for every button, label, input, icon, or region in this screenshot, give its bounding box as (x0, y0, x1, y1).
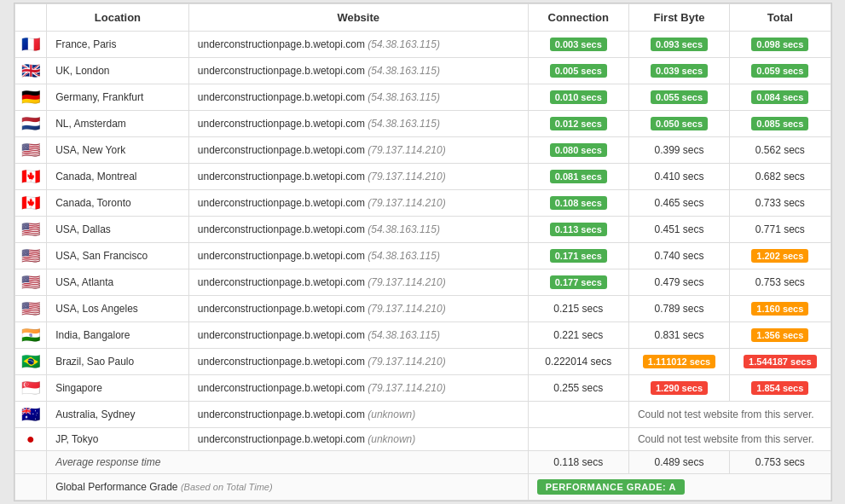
flag-cell: 🇬🇧 (14, 58, 47, 84)
flag-cell: 🇨🇦 (14, 164, 47, 190)
firstbyte-cell: 0.831 secs (628, 322, 729, 349)
connection-badge: 0.003 secs (550, 38, 607, 51)
average-row: Average response time0.118 secs0.489 sec… (14, 451, 831, 474)
table-row: 🇺🇸USA, Dallasunderconstructionpage.b.wet… (14, 217, 831, 243)
table-row: 🇺🇸USA, New Yorkunderconstructionpage.b.w… (14, 137, 831, 164)
firstbyte-badge: 0.050 secs (651, 117, 708, 130)
flag-cell: 🇮🇳 (14, 322, 47, 349)
table-row: 🇺🇸USA, San Franciscounderconstructionpag… (14, 243, 831, 269)
grade-flag-cell (14, 474, 47, 501)
header-flag (14, 4, 47, 32)
total-cell: 0.753 secs (730, 269, 831, 296)
location-cell: Brazil, Sao Paulo (47, 349, 189, 375)
firstbyte-cell: 0.479 secs (628, 269, 729, 296)
location-cell: Canada, Montreal (47, 164, 189, 190)
avg-total: 0.753 secs (730, 451, 831, 474)
total-cell: 0.771 secs (730, 217, 831, 243)
total-badge: 1.202 secs (751, 249, 808, 263)
total-cell: 0.059 secs (730, 58, 831, 84)
flag-cell: 🇺🇸 (14, 243, 47, 269)
location-cell: USA, Los Angeles (47, 296, 189, 322)
flag-cell: 🇸🇬 (14, 375, 47, 402)
firstbyte-cell: 0.050 secs (628, 111, 729, 137)
firstbyte-cell: 0.399 secs (628, 137, 729, 164)
table-row: 🇮🇳India, Bangaloreunderconstructionpage.… (14, 322, 831, 349)
flag-cell: 🇫🇷 (14, 32, 47, 58)
flag-cell: 🇦🇺 (14, 402, 47, 428)
connection-badge: 0.081 secs (550, 170, 607, 183)
avg-flag-cell (14, 451, 47, 474)
firstbyte-cell: 0.451 secs (628, 217, 729, 243)
connection-cell: 0.081 secs (528, 164, 628, 190)
website-cell: underconstructionpage.b.wetopi.com (79.1… (188, 269, 528, 296)
total-cell: 0.085 secs (730, 111, 831, 137)
website-cell: underconstructionpage.b.wetopi.com (54.3… (188, 243, 528, 269)
total-badge: 1.160 secs (751, 302, 808, 316)
table-row: 🇬🇧UK, Londonunderconstructionpage.b.weto… (14, 58, 831, 84)
connection-badge: 0.177 secs (550, 275, 607, 289)
connection-cell: 0.108 secs (528, 190, 628, 217)
total-cell: 1.544187 secs (730, 349, 831, 375)
website-cell: underconstructionpage.b.wetopi.com (54.3… (188, 58, 528, 84)
flag-cell: 🇳🇱 (14, 111, 47, 137)
firstbyte-badge: 0.055 secs (651, 90, 708, 104)
total-cell: 1.160 secs (730, 296, 831, 322)
website-cell: underconstructionpage.b.wetopi.com (79.1… (188, 164, 528, 190)
connection-badge: 0.012 secs (550, 117, 607, 130)
connection-badge: 0.171 secs (550, 249, 607, 263)
header-website: Website (188, 4, 528, 32)
total-badge: 0.059 secs (751, 64, 808, 78)
website-cell: underconstructionpage.b.wetopi.com (unkn… (188, 402, 528, 428)
location-cell: USA, New York (47, 137, 189, 164)
flag-cell: 🇩🇪 (14, 84, 47, 111)
connection-badge: 0.108 secs (550, 196, 607, 210)
flag-cell: 🇧🇷 (14, 349, 47, 375)
total-cell: 1.202 secs (730, 243, 831, 269)
connection-cell: 0.010 secs (528, 84, 628, 111)
location-cell: Germany, Frankfurt (47, 84, 189, 111)
grade-sublabel: (Based on Total Time) (181, 482, 273, 492)
flag-cell: 🇺🇸 (14, 269, 47, 296)
table-row: 🇨🇦Canada, Montrealunderconstructionpage.… (14, 164, 831, 190)
total-cell: 0.682 secs (730, 164, 831, 190)
connection-cell (528, 402, 628, 428)
location-cell: USA, Atlanta (47, 269, 189, 296)
location-cell: USA, Dallas (47, 217, 189, 243)
connection-cell: 0.215 secs (528, 296, 628, 322)
connection-cell: 0.113 secs (528, 217, 628, 243)
connection-badge: 0.113 secs (550, 223, 607, 236)
total-badge: 0.098 secs (751, 38, 808, 51)
connection-cell: 0.171 secs (528, 243, 628, 269)
table-row: 🇦🇺Australia, Sydneyunderconstructionpage… (14, 402, 831, 428)
firstbyte-cell: 0.740 secs (628, 243, 729, 269)
total-badge: 0.084 secs (751, 90, 808, 104)
firstbyte-cell: 0.055 secs (628, 84, 729, 111)
location-cell: JP, Tokyo (47, 428, 189, 451)
firstbyte-badge: 1.290 secs (651, 381, 708, 395)
website-cell: underconstructionpage.b.wetopi.com (54.3… (188, 32, 528, 58)
grade-row: Global Performance Grade (Based on Total… (14, 474, 831, 501)
total-badge: 0.085 secs (751, 117, 808, 130)
website-cell: underconstructionpage.b.wetopi.com (54.3… (188, 111, 528, 137)
connection-badge: 0.010 secs (550, 90, 607, 104)
flag-cell: 🇺🇸 (14, 296, 47, 322)
flag-cell: 🇨🇦 (14, 190, 47, 217)
firstbyte-cell: 0.410 secs (628, 164, 729, 190)
firstbyte-badge: 0.039 secs (651, 64, 708, 78)
website-cell: underconstructionpage.b.wetopi.com (79.1… (188, 349, 528, 375)
location-cell: France, Paris (47, 32, 189, 58)
website-cell: underconstructionpage.b.wetopi.com (79.1… (188, 137, 528, 164)
grade-badge-cell: PERFORMANCE GRADE: A (528, 474, 831, 501)
table-row: 🇩🇪Germany, Frankfurtunderconstructionpag… (14, 84, 831, 111)
error-cell: Could not test website from this server. (628, 402, 831, 428)
flag-cell: 🇺🇸 (14, 217, 47, 243)
total-cell: 0.562 secs (730, 137, 831, 164)
location-cell: UK, London (47, 58, 189, 84)
table-row: 🇸🇬Singaporeunderconstructionpage.b.wetop… (14, 375, 831, 402)
table-row: 🇺🇸USA, Los Angelesunderconstructionpage.… (14, 296, 831, 322)
firstbyte-cell: 0.465 secs (628, 190, 729, 217)
table-row: 🇺🇸USA, Atlantaunderconstructionpage.b.we… (14, 269, 831, 296)
location-cell: NL, Amsterdam (47, 111, 189, 137)
location-cell: Singapore (47, 375, 189, 402)
total-badge: 1.854 secs (751, 381, 808, 395)
